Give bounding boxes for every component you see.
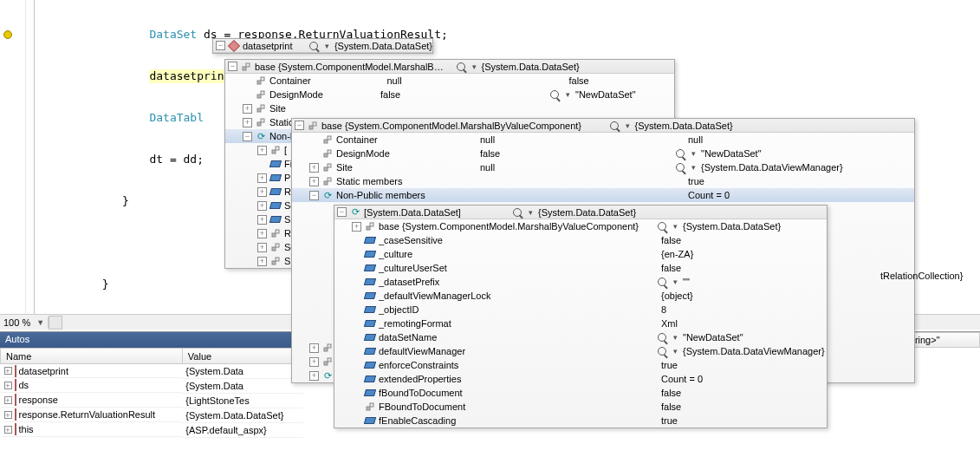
- svg-rect-25: [328, 164, 331, 167]
- tooltip-header: datasetprint: [243, 41, 308, 51]
- svg-rect-28: [324, 348, 328, 351]
- svg-rect-12: [272, 233, 276, 237]
- tooltip-row[interactable]: +base {System.ComponentModel.MarshalByVa…: [334, 219, 827, 233]
- debug-tooltip-1[interactable]: − datasetprint ▾ {System.Data.DataSet}: [212, 38, 433, 54]
- svg-rect-10: [272, 150, 276, 153]
- gutter: [0, 0, 26, 328]
- magnifier-icon[interactable]: [610, 121, 619, 130]
- tooltip-header: base {System.ComponentModel.MarshalByVal…: [255, 62, 455, 72]
- tooltip-row[interactable]: _datasetPrefix▾"": [334, 275, 827, 289]
- tooltip-row[interactable]: enforceConstraintstrue: [334, 358, 827, 372]
- tooltip-row[interactable]: −⟳Non-Public membersCount = 0: [292, 188, 914, 202]
- col-value[interactable]: Value: [182, 349, 302, 364]
- svg-rect-14: [272, 247, 276, 251]
- tooltip-row[interactable]: +Static memberstrue: [292, 174, 914, 188]
- autos-row[interactable]: +datasetprint{System.Data: [1, 364, 303, 379]
- property-icon: [307, 120, 319, 132]
- svg-rect-29: [328, 344, 331, 348]
- tooltip-row[interactable]: dataSetName▾"NewDataSet": [334, 330, 827, 344]
- svg-rect-33: [370, 223, 373, 226]
- svg-rect-15: [276, 244, 279, 247]
- svg-rect-26: [324, 181, 328, 185]
- tooltip-row[interactable]: defaultViewManager▾{System.Data.DataView…: [334, 344, 827, 358]
- svg-rect-22: [324, 153, 328, 157]
- tooltip-header: base {System.ComponentModel.MarshalByVal…: [321, 121, 608, 131]
- svg-rect-18: [309, 126, 313, 129]
- svg-rect-27: [328, 178, 331, 181]
- svg-rect-2: [257, 81, 261, 84]
- svg-rect-0: [243, 67, 246, 70]
- svg-rect-30: [324, 362, 328, 365]
- tooltip-row[interactable]: extendedPropertiesCount = 0: [334, 372, 827, 386]
- tooltip-row[interactable]: Containernullfalse: [225, 74, 674, 88]
- svg-rect-4: [257, 95, 261, 98]
- svg-rect-21: [328, 136, 331, 140]
- tooltip-row[interactable]: _defaultViewManagerLock{object}: [334, 289, 827, 303]
- svg-rect-16: [272, 261, 276, 264]
- autos-row[interactable]: +response{LightStoneTes: [1, 394, 303, 408]
- tooltip-row[interactable]: _objectID8: [334, 303, 827, 317]
- tooltip-row[interactable]: FBoundToDocumentfalse: [334, 400, 827, 414]
- svg-rect-32: [367, 226, 370, 230]
- svg-rect-24: [324, 167, 328, 171]
- tooltip-row[interactable]: fEnableCascadingtrue: [334, 414, 827, 428]
- tooltip-row[interactable]: _culture{en-ZA}: [334, 247, 827, 261]
- svg-rect-20: [324, 140, 328, 143]
- autos-panel: Autos NameValue +datasetprint{System.Dat…: [0, 331, 303, 457]
- breakpoint-icon[interactable]: [3, 30, 12, 39]
- svg-rect-9: [261, 119, 264, 122]
- autos-row[interactable]: +this{ASP.default_aspx}: [1, 423, 303, 438]
- svg-rect-13: [276, 230, 279, 233]
- tooltip-header: [System.Data.DataSet]: [364, 207, 511, 218]
- tooltip-row[interactable]: fBoundToDocumentfalse: [334, 386, 827, 400]
- debug-tooltip-4[interactable]: −⟳ [System.Data.DataSet] ▾ {System.Data.…: [334, 205, 827, 428]
- tooltip-row[interactable]: Containernullnull: [292, 133, 914, 147]
- svg-rect-5: [261, 91, 264, 95]
- svg-rect-23: [328, 150, 331, 153]
- autos-title: Autos: [0, 332, 303, 348]
- tooltip-row[interactable]: +Sitenull▾{System.Data.DataViewManager}: [292, 160, 914, 174]
- svg-rect-31: [328, 358, 331, 362]
- outline-column[interactable]: [28, 0, 42, 328]
- magnifier-icon[interactable]: [457, 62, 465, 71]
- tooltip-row[interactable]: _cultureUserSetfalse: [334, 261, 827, 275]
- overflow-text: tRelationCollection}: [880, 269, 980, 283]
- svg-rect-7: [261, 105, 264, 108]
- tooltip-row[interactable]: +Site: [225, 101, 674, 115]
- svg-rect-17: [276, 258, 279, 261]
- tooltip-row[interactable]: DesignModefalse▾"NewDataSet": [225, 88, 674, 101]
- col-name[interactable]: Name: [1, 349, 183, 364]
- magnifier-icon[interactable]: [309, 42, 318, 50]
- autos-grid[interactable]: NameValue +datasetprint{System.Data +ds{…: [0, 348, 303, 438]
- svg-rect-34: [367, 407, 370, 410]
- autos-row[interactable]: +ds{System.Data: [1, 379, 303, 394]
- svg-rect-19: [313, 122, 316, 126]
- svg-rect-8: [257, 122, 261, 126]
- tooltip-row[interactable]: _remotingFormatXml: [334, 317, 827, 330]
- tooltip-row[interactable]: DesignModefalse▾"NewDataSet": [292, 147, 914, 160]
- svg-rect-3: [261, 77, 264, 81]
- zoom-combo[interactable]: 100 %▼: [0, 317, 49, 328]
- svg-rect-35: [370, 403, 373, 407]
- svg-rect-11: [276, 147, 279, 150]
- tooltip-row[interactable]: _caseSensitivefalse: [334, 233, 827, 247]
- magnifier-icon[interactable]: [513, 208, 522, 217]
- svg-rect-1: [246, 63, 250, 67]
- property-icon: [240, 61, 252, 73]
- svg-rect-6: [257, 108, 261, 112]
- autos-row[interactable]: +response.ReturnValuationResult{System.D…: [1, 408, 303, 423]
